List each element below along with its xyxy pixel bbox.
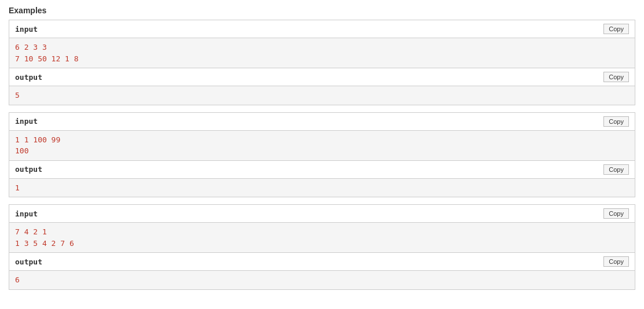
output-content-3: 6	[9, 271, 635, 289]
output-label-2: output	[15, 165, 42, 174]
output-header-2: output Copy	[9, 160, 635, 179]
input-header-2: input Copy	[9, 113, 635, 131]
output-header-3: output Copy	[9, 252, 635, 271]
input-content-2: 1 1 100 99 100	[9, 131, 635, 160]
output-label-3: output	[15, 258, 42, 266]
copy-output-button-1[interactable]: Copy	[603, 72, 629, 82]
copy-input-button-3[interactable]: Copy	[603, 208, 629, 219]
input-content-1: 6 2 3 3 7 10 50 12 1 8	[9, 38, 635, 68]
page-title: Examples	[9, 6, 635, 15]
input-label-3: input	[15, 209, 38, 218]
copy-output-button-2[interactable]: Copy	[603, 164, 629, 175]
input-label-2: input	[15, 117, 38, 126]
example-block-2: input Copy 1 1 100 99 100 output Copy 1	[9, 112, 635, 198]
example-block-3: input Copy 7 4 2 1 1 3 5 4 2 7 6 output …	[9, 204, 635, 290]
input-header-3: input Copy	[9, 205, 635, 223]
copy-input-button-1[interactable]: Copy	[603, 24, 629, 34]
input-label-1: input	[15, 25, 38, 34]
output-content-2: 1	[9, 179, 635, 197]
copy-output-button-3[interactable]: Copy	[603, 256, 629, 267]
example-block-1: input Copy 6 2 3 3 7 10 50 12 1 8 output…	[9, 20, 635, 105]
output-content-1: 5	[9, 86, 635, 105]
output-label-1: output	[15, 73, 42, 82]
copy-input-button-2[interactable]: Copy	[603, 116, 629, 127]
output-header-1: output Copy	[9, 68, 635, 86]
input-header-1: input Copy	[9, 20, 635, 38]
input-content-3: 7 4 2 1 1 3 5 4 2 7 6	[9, 223, 635, 252]
